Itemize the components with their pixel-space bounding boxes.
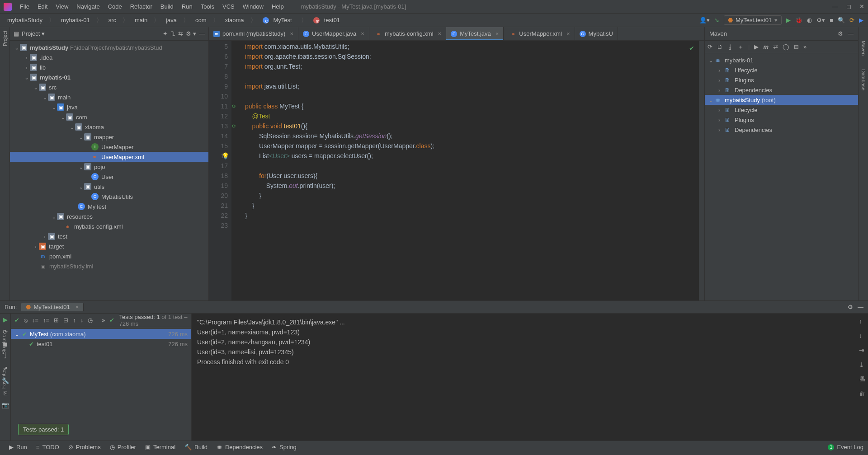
event-log-button[interactable]: Event Log xyxy=(837,444,863,450)
tree-lib[interactable]: ›▣lib xyxy=(10,62,208,72)
menu-window[interactable]: Window xyxy=(239,2,267,11)
hide-panel-icon[interactable]: — xyxy=(199,30,205,37)
minimize-icon[interactable]: — xyxy=(832,3,838,10)
tab-mybatisutils[interactable]: CMybatisU xyxy=(575,27,618,40)
tree-resources[interactable]: ⌄▣resources xyxy=(10,211,208,221)
bottom-terminal[interactable]: ▣ Terminal xyxy=(141,441,180,453)
console-scroll-icon[interactable]: ⤓ xyxy=(859,360,865,370)
tab-mytest[interactable]: CMyTest.java× xyxy=(446,27,504,40)
crumb-4[interactable]: java xyxy=(163,16,179,24)
camera-icon[interactable]: 📷 xyxy=(2,402,9,408)
maven-root[interactable]: ⌄⩩mybatisStudy (root) xyxy=(705,95,858,105)
stripe-structure[interactable]: Structure xyxy=(1,334,6,355)
locate-icon[interactable]: ✦ xyxy=(163,30,168,37)
tree-utils[interactable]: ⌄▣utils xyxy=(10,182,208,192)
crumb-0[interactable]: mybatisStudy xyxy=(5,16,45,24)
export-icon[interactable]: ◷ xyxy=(88,317,93,324)
tree-pom[interactable]: mpom.xml xyxy=(10,251,208,261)
tree-test[interactable]: ›▣test xyxy=(10,231,208,241)
console-up-icon[interactable]: ↑ xyxy=(859,316,865,326)
inspection-ok-icon[interactable]: ✔ xyxy=(689,43,694,53)
crumb-3[interactable]: main xyxy=(132,16,150,24)
next-icon[interactable]: ↓ xyxy=(80,317,84,324)
sort-icon[interactable]: ↓≡ xyxy=(32,317,38,324)
maven-offline-icon[interactable]: ◯ xyxy=(783,43,789,50)
maven-plugins[interactable]: ›🗎Plugins xyxy=(705,75,858,85)
tree-root[interactable]: ⌄▣mybatisStudy F:\ideaProject\mybatis\my… xyxy=(10,42,208,52)
search-icon[interactable]: 🔍 xyxy=(838,17,845,23)
menu-code[interactable]: Code xyxy=(104,2,126,11)
tree-usermapper-java[interactable]: IUserMapper xyxy=(10,142,208,152)
console-clear-icon[interactable]: 🗑 xyxy=(859,389,865,399)
console-down-icon[interactable]: ↓ xyxy=(859,331,865,341)
maximize-icon[interactable]: ◻ xyxy=(846,3,851,10)
tree-mbcfg[interactable]: ⩩mybatis-config.xml xyxy=(10,221,208,231)
tab-close-icon[interactable]: × xyxy=(438,30,442,37)
intention-bulb-icon[interactable]: 💡 xyxy=(222,151,229,161)
build-hammer-icon[interactable]: ↘ xyxy=(714,17,719,23)
maven-toggle-icon[interactable]: ⇄ xyxy=(773,43,778,50)
maven-reload-icon[interactable]: ⟳ xyxy=(708,43,712,50)
project-tree[interactable]: ⌄▣mybatisStudy F:\ideaProject\mybatis\my… xyxy=(10,41,208,300)
maven-run-icon[interactable]: ▶ xyxy=(754,43,759,50)
maven-settings-icon[interactable]: ⚙ xyxy=(838,30,843,37)
debug-button-icon[interactable]: 🐞 xyxy=(795,17,802,23)
tab-pom[interactable]: mpom.xml (mybatisStudy)× xyxy=(209,27,298,40)
tree-usermapper-xml[interactable]: ⩩UserMapper.xml xyxy=(10,152,208,162)
tree-xiaoma[interactable]: ⌄▣xiaoma xyxy=(10,122,208,132)
code-editor[interactable]: 567891011⟳1213⟳14151617181920212223 ✔ im… xyxy=(209,41,704,300)
bottom-spring[interactable]: ❧ Spring xyxy=(267,441,301,453)
menu-file[interactable]: File xyxy=(16,2,33,11)
tree-target[interactable]: ›▣target xyxy=(10,241,208,251)
maven-root-lifecycle[interactable]: ›🗎Lifecycle xyxy=(705,105,858,115)
show-passed-icon[interactable]: ✔ xyxy=(14,317,19,324)
stripe-database[interactable]: Database xyxy=(861,69,866,90)
tab-usermapper-xml[interactable]: ⩩UserMapper.xml× xyxy=(504,27,575,40)
ide-settings-icon[interactable]: ▶ xyxy=(859,17,863,23)
run-tab-close-icon[interactable]: × xyxy=(75,304,79,310)
stop-icon[interactable]: ■ xyxy=(830,17,833,23)
console-wrap-icon[interactable]: ⇥ xyxy=(859,345,865,355)
menu-view[interactable]: View xyxy=(52,2,72,11)
bottom-deps[interactable]: ⩩ Dependencies xyxy=(212,441,267,453)
run-config-selector[interactable]: ⬣MyTest.test01▾ xyxy=(724,15,782,25)
maven-generate-icon[interactable]: 🗋 xyxy=(717,43,723,50)
menu-build[interactable]: Build xyxy=(157,2,177,11)
tree-idea[interactable]: ›▣.idea xyxy=(10,52,208,62)
collapse-all-icon[interactable]: ⇆ xyxy=(178,30,183,37)
menu-tools[interactable]: Tools xyxy=(197,2,218,11)
maven-tree[interactable]: ⌄⩩mybatis-01 ›🗎Lifecycle ›🗎Plugins ›🗎Dep… xyxy=(705,53,858,136)
tab-close-icon[interactable]: × xyxy=(290,30,293,37)
settings-gear-icon[interactable]: ⚙ ▾ xyxy=(186,30,196,37)
tree-iml[interactable]: ▣mybatisStudy.iml xyxy=(10,261,208,271)
tree-mytest[interactable]: CMyTest xyxy=(10,202,208,211)
add-config-icon[interactable]: 👤▾ xyxy=(699,17,710,23)
expand-all-icon[interactable]: ⇅ xyxy=(170,30,175,37)
menu-vcs[interactable]: VCS xyxy=(219,2,238,11)
crumb-8[interactable]: mtest01 xyxy=(311,16,345,25)
tab-mbconfig[interactable]: ⩩mybatis-config.xml× xyxy=(369,27,446,40)
tab-close-icon[interactable]: × xyxy=(495,30,499,37)
tab-usermapper-java[interactable]: CUserMapper.java× xyxy=(298,27,369,40)
collapse-icon[interactable]: ⊟ xyxy=(63,317,68,324)
tree-src[interactable]: ⌄▣src xyxy=(10,82,208,92)
rerun-icon[interactable]: ▶ xyxy=(3,316,8,323)
test-child[interactable]: ✔test01726 ms xyxy=(11,339,191,349)
tree-m01[interactable]: ⌄▣mybatis-01 xyxy=(10,72,208,82)
project-panel-title[interactable]: Project ▾ xyxy=(22,30,160,37)
tree-main[interactable]: ⌄▣main xyxy=(10,92,208,102)
prev-icon[interactable]: ↑ xyxy=(73,317,76,324)
tree-user[interactable]: CUser xyxy=(10,172,208,182)
menu-run[interactable]: Run xyxy=(178,2,196,11)
tab-close-icon[interactable]: × xyxy=(566,30,570,37)
maven-deps[interactable]: ›🗎Dependencies xyxy=(705,85,858,95)
bottom-problems[interactable]: ⊘ Problems xyxy=(64,441,105,453)
code-content[interactable]: ✔ import import com.xiaoma.utils.Mybatis… xyxy=(231,41,699,300)
maven-download-icon[interactable]: ⭳ xyxy=(727,43,733,50)
crumb-7[interactable]: CMyTest xyxy=(260,16,297,25)
sort2-icon[interactable]: ↑≡ xyxy=(43,317,49,324)
editor-scrollbar[interactable] xyxy=(699,41,704,300)
close-icon[interactable]: ✕ xyxy=(859,3,864,10)
crumb-1[interactable]: mybatis-01 xyxy=(58,16,93,24)
test-root[interactable]: ⌄✔MyTest (com.xiaoma)726 ms xyxy=(11,329,191,339)
